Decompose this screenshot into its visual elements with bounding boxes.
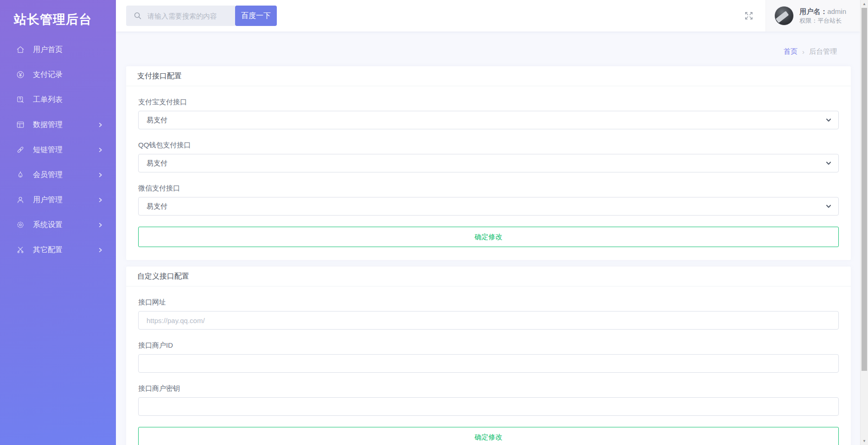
- app-title: 站长管理后台: [0, 0, 116, 28]
- search-button[interactable]: 百度一下: [235, 6, 277, 26]
- topbar: 百度一下 用户名：admin 权限：平台站长: [116, 0, 860, 32]
- field-label: 接口商户密钥: [138, 384, 839, 393]
- field-label: 接口商户ID: [138, 341, 839, 350]
- confirm-modify-button[interactable]: 确定修改: [138, 227, 839, 247]
- merchant-id-input[interactable]: [138, 354, 839, 373]
- sidebar-item-label: 用户管理: [33, 195, 63, 205]
- breadcrumb-separator-icon: ›: [802, 48, 804, 56]
- main-column: 百度一下 用户名：admin 权限：平台站长: [116, 0, 860, 445]
- select-value: 易支付: [147, 159, 167, 168]
- scroll-thumb[interactable]: [862, 8, 867, 371]
- card-body: 接口网址 接口商户ID 接口商户密钥 确定修改: [126, 286, 851, 445]
- user-info: 用户名：admin 权限：平台站长: [799, 7, 846, 25]
- chevron-down-icon: [825, 117, 832, 123]
- sidebar-item-label: 系统设置: [33, 220, 63, 230]
- sidebar-item-payment-records[interactable]: 支付记录: [0, 62, 116, 87]
- username-value: admin: [827, 7, 846, 15]
- card-title: 自定义接口配置: [126, 267, 851, 286]
- sidebar-item-label: 工单列表: [33, 95, 63, 105]
- topbar-right: 用户名：admin 权限：平台站长: [743, 0, 860, 32]
- sidebar-item-label: 短链管理: [33, 145, 63, 155]
- form-group: 接口网址: [138, 298, 839, 330]
- scroll-down-button[interactable]: ▼: [861, 437, 868, 445]
- sidebar-item-data-management[interactable]: 数据管理: [0, 112, 116, 137]
- form-group: 接口商户ID: [138, 341, 839, 373]
- scrollbar[interactable]: ▲ ▼: [860, 0, 868, 445]
- sidebar-item-label: 会员管理: [33, 170, 63, 180]
- admin-app: 站长管理后台 用户首页 支付记录 工单列表: [0, 0, 868, 445]
- card-body: 支付宝支付接口 易支付 QQ钱包支付接口 易支付: [126, 86, 851, 260]
- tools-icon: [16, 245, 25, 254]
- card-title: 支付接口配置: [126, 66, 851, 86]
- ticket-icon: [16, 95, 25, 104]
- user-panel[interactable]: 用户名：admin 权限：平台站长: [766, 0, 860, 32]
- custom-interface-card: 自定义接口配置 接口网址 接口商户ID 接口商户密钥 确定修改: [126, 267, 851, 445]
- sidebar-item-member-management[interactable]: 会员管理: [0, 162, 116, 187]
- field-label: 微信支付接口: [138, 184, 839, 192]
- sidebar-item-label: 其它配置: [33, 245, 63, 255]
- wechat-interface-select[interactable]: 易支付: [138, 197, 839, 216]
- sidebar-item-label: 支付记录: [33, 70, 63, 80]
- chevron-down-icon: [825, 160, 832, 166]
- data-icon: [16, 120, 25, 129]
- api-url-input[interactable]: [138, 311, 839, 330]
- user-icon: [16, 195, 25, 204]
- form-group: 微信支付接口 易支付: [138, 184, 839, 216]
- user-role: 权限：平台站长: [799, 17, 846, 25]
- sidebar-item-user-home[interactable]: 用户首页: [0, 37, 116, 62]
- form-group: QQ钱包支付接口 易支付: [138, 140, 839, 172]
- field-label: QQ钱包支付接口: [138, 140, 839, 149]
- sidebar-item-other-config[interactable]: 其它配置: [0, 237, 116, 262]
- qq-wallet-interface-select[interactable]: 易支付: [138, 154, 839, 172]
- form-group: 支付宝支付接口 易支付: [138, 97, 839, 129]
- sidebar-menu: 用户首页 支付记录 工单列表 数据管理: [0, 37, 116, 262]
- member-icon: [16, 170, 25, 179]
- merchant-key-input[interactable]: [138, 397, 839, 416]
- field-label: 接口网址: [138, 298, 839, 306]
- chevron-right-icon: [98, 172, 103, 178]
- sidebar-item-shortlink-management[interactable]: 短链管理: [0, 137, 116, 162]
- sidebar-item-system-settings[interactable]: 系统设置: [0, 212, 116, 237]
- chevron-right-icon: [98, 197, 103, 203]
- scroll-up-button[interactable]: ▲: [861, 0, 868, 8]
- breadcrumb-home-link[interactable]: 首页: [784, 47, 798, 56]
- content-area: 首页 › 后台管理 支付接口配置 支付宝支付接口 易支付: [116, 32, 860, 445]
- breadcrumb-current: 后台管理: [809, 47, 837, 56]
- sidebar: 站长管理后台 用户首页 支付记录 工单列表: [0, 0, 116, 445]
- field-label: 支付宝支付接口: [138, 97, 839, 106]
- breadcrumb: 首页 › 后台管理: [126, 32, 851, 66]
- chevron-right-icon: [98, 122, 103, 127]
- sidebar-item-label: 用户首页: [33, 45, 63, 55]
- username-label: 用户名：: [799, 7, 827, 15]
- search-icon: [133, 11, 143, 21]
- payment-icon: [16, 70, 25, 79]
- alipay-interface-select[interactable]: 易支付: [138, 111, 839, 129]
- search-bar: 百度一下: [126, 6, 277, 26]
- avatar: [774, 6, 794, 25]
- select-value: 易支付: [147, 202, 167, 211]
- chevron-right-icon: [98, 248, 103, 253]
- sidebar-item-user-management[interactable]: 用户管理: [0, 187, 116, 212]
- payment-interface-card: 支付接口配置 支付宝支付接口 易支付 QQ钱包支付接口: [126, 66, 851, 260]
- chevron-down-icon: [825, 203, 832, 210]
- chevron-right-icon: [98, 222, 103, 228]
- home-icon: [16, 45, 25, 54]
- settings-icon: [16, 220, 25, 229]
- form-group: 接口商户密钥: [138, 384, 839, 416]
- chevron-right-icon: [98, 147, 103, 153]
- sidebar-item-label: 数据管理: [33, 120, 63, 130]
- link-icon: [16, 145, 25, 154]
- fullscreen-icon[interactable]: [743, 10, 754, 21]
- confirm-modify-button[interactable]: 确定修改: [138, 427, 839, 445]
- select-value: 易支付: [147, 116, 167, 125]
- sidebar-item-ticket-list[interactable]: 工单列表: [0, 87, 116, 112]
